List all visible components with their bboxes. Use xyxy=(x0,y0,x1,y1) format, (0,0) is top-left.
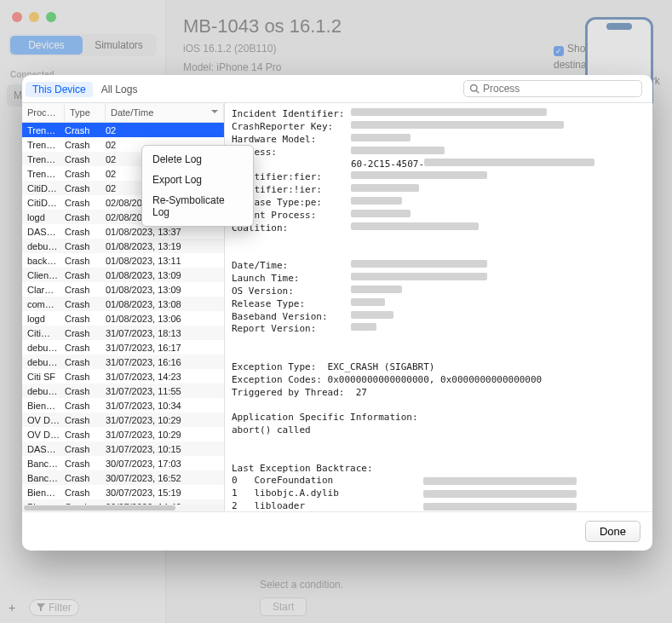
table-row[interactable]: debu…Crash31/07/2023, 16:16 xyxy=(22,355,224,369)
table-row[interactable]: Clien…Crash01/08/2023, 13:09 xyxy=(22,268,224,282)
ctx-delete-log[interactable]: Delete Log xyxy=(142,149,253,170)
tab-this-device[interactable]: This Device xyxy=(26,82,93,97)
col-type[interactable]: Type xyxy=(65,103,106,122)
svg-line-2 xyxy=(476,90,479,93)
table-row[interactable]: Tren…Crash02 xyxy=(22,123,224,137)
table-row[interactable]: Banc…Crash30/07/2023, 16:52 xyxy=(22,470,224,485)
table-row[interactable]: Citi…Crash31/07/2023, 18:13 xyxy=(22,326,224,340)
ctx-export-log[interactable]: Export Log xyxy=(142,170,253,190)
table-row[interactable]: OV D…Crash31/07/2023, 10:29 xyxy=(22,427,224,441)
svg-point-1 xyxy=(471,85,478,92)
table-row[interactable]: debu…Crash31/07/2023, 11:55 xyxy=(22,384,224,398)
table-row[interactable]: OV D…Crash31/07/2023, 10:29 xyxy=(22,412,224,427)
table-row[interactable]: debu…Crash01/08/2023, 13:19 xyxy=(22,239,224,253)
tab-all-logs[interactable]: All Logs xyxy=(101,84,138,95)
done-button[interactable]: Done xyxy=(585,521,640,542)
table-row[interactable]: Banc…Crash30/07/2023, 17:03 xyxy=(22,456,224,470)
table-row[interactable]: Citi SFCrash31/07/2023, 14:23 xyxy=(22,369,224,384)
h-scrollbar[interactable] xyxy=(22,505,224,511)
context-menu: Delete Log Export Log Re-Symbolicate Log xyxy=(141,145,254,227)
table-row[interactable]: logdCrash01/08/2023, 13:06 xyxy=(22,311,224,326)
search-field[interactable] xyxy=(463,80,642,97)
table-row[interactable]: com…Crash01/08/2023, 13:08 xyxy=(22,297,224,311)
log-table-header[interactable]: Proc… Type Date/Time xyxy=(22,103,224,123)
search-input[interactable] xyxy=(483,83,636,95)
col-process[interactable]: Proc… xyxy=(22,103,65,122)
table-row[interactable]: Bien…Crash31/07/2023, 10:34 xyxy=(22,398,224,412)
device-logs-sheet: This Device All Logs Proc… Type Date/Tim… xyxy=(22,75,652,551)
search-icon xyxy=(469,84,480,94)
table-row[interactable]: DAS…Crash31/07/2023, 10:15 xyxy=(22,441,224,456)
table-row[interactable]: debu…Crash31/07/2023, 16:17 xyxy=(22,340,224,355)
table-row[interactable]: Clar…Crash01/08/2023, 13:09 xyxy=(22,282,224,297)
table-row[interactable]: Bien…Crash30/07/2023, 15:19 xyxy=(22,485,224,499)
ctx-resymbolicate-log[interactable]: Re-Symbolicate Log xyxy=(142,190,253,222)
table-row[interactable]: back…Crash01/08/2023, 13:11 xyxy=(22,253,224,268)
col-date[interactable]: Date/Time xyxy=(106,103,224,122)
crash-detail[interactable]: Incident Identifier:CrashReporter Key:Ha… xyxy=(225,103,652,511)
